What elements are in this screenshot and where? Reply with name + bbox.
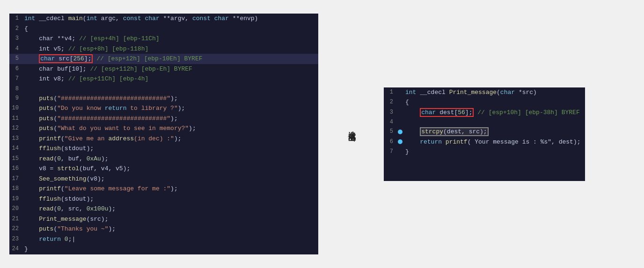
line-code: puts("What do you want to see in memory?… <box>22 123 318 134</box>
right-code-panel: 1int __cdecl Print_message(char *src)2{3… <box>384 87 585 181</box>
table-row: 14 fflush(stdout); <box>9 144 318 154</box>
overflow-label: 造成溢出 → <box>332 125 370 143</box>
line-number: 23 <box>9 234 22 245</box>
line-number: 10 <box>9 103 22 114</box>
line-number: 16 <box>9 164 22 174</box>
line-code: See_something(v8); <box>22 174 318 184</box>
arrow-right-icon: → <box>348 131 354 143</box>
left-code-table: 1int __cdecl main(int argc, const char *… <box>9 14 318 254</box>
line-number: 15 <box>9 154 22 164</box>
line-number: 4 <box>9 44 22 54</box>
line-number: 1 <box>384 87 397 98</box>
line-number: 21 <box>9 214 22 225</box>
table-row: 11 puts("#############################")… <box>9 114 318 124</box>
line-number: 9 <box>9 94 22 104</box>
dot-cell <box>397 117 403 127</box>
main-container: 1int __cdecl main(int argc, const char *… <box>9 14 635 254</box>
dot-cell <box>397 97 403 108</box>
line-number: 19 <box>9 194 22 204</box>
table-row: 20 read(0, src, 0x100u); <box>9 204 318 214</box>
line-number: 14 <box>9 144 22 154</box>
right-code-table: 1int __cdecl Print_message(char *src)2{3… <box>384 87 585 157</box>
line-number: 6 <box>384 137 397 147</box>
dot-cell <box>397 87 403 98</box>
line-code: printf("Give me an address(in dec) :"); <box>22 134 318 144</box>
line-code: int __cdecl main(int argc, const char **… <box>22 14 318 24</box>
dot-cell <box>397 108 403 118</box>
table-row: 12 puts("What do you want to see in memo… <box>9 123 318 134</box>
table-row: 1int __cdecl Print_message(char *src) <box>384 87 585 98</box>
table-row: 21 Print_message(src); <box>9 214 318 225</box>
table-row: 2{ <box>9 24 318 34</box>
table-row: 1int __cdecl main(int argc, const char *… <box>9 14 318 24</box>
table-row: 5 strcpy(dest, src); <box>384 127 585 137</box>
line-number: 17 <box>9 174 22 184</box>
table-row: 17 See_something(v8); <box>9 174 318 184</box>
line-code: fflush(stdout); <box>22 144 318 154</box>
line-number: 1 <box>9 14 22 24</box>
table-row: 16 v8 = strtol(buf, v4, v5); <box>9 164 318 174</box>
breakpoint-dot <box>398 130 402 134</box>
line-number: 4 <box>384 117 397 127</box>
line-code: read(0, buf, 0xAu); <box>22 154 318 164</box>
line-code <box>22 84 318 94</box>
line-code: } <box>22 244 318 254</box>
table-row: 3 char **v4; // [esp+4h] [ebp-11Ch] <box>9 34 318 44</box>
line-code: char **v4; // [esp+4h] [ebp-11Ch] <box>22 34 318 44</box>
table-row: 5 char src[256]; // [esp+12h] [ebp-10Eh]… <box>9 54 318 64</box>
breakpoint-dot <box>398 139 402 144</box>
line-code: puts("Do you know return to library ?"); <box>22 103 318 114</box>
table-row: 8 <box>9 84 318 94</box>
line-number: 22 <box>9 224 22 234</box>
gray-highlight-box: strcpy(dest, src); <box>420 127 488 136</box>
line-code: { <box>403 97 585 108</box>
dot-cell <box>397 137 403 147</box>
table-row: 7 int v8; // [esp+11Ch] [ebp-4h] <box>9 74 318 84</box>
table-row: 24} <box>9 244 318 254</box>
table-row: 6 char buf[10]; // [esp+112h] [ebp-Eh] B… <box>9 64 318 74</box>
line-code: return printf( Your message is : %s", de… <box>403 137 585 147</box>
line-number: 5 <box>9 54 22 64</box>
table-row: 6 return printf( Your message is : %s", … <box>384 137 585 147</box>
line-number: 7 <box>384 147 397 157</box>
line-code <box>403 117 585 127</box>
line-code: strcpy(dest, src); <box>403 127 585 137</box>
line-code: } <box>403 147 585 157</box>
line-code: puts("Thanks you ~"); <box>22 224 318 234</box>
table-row: 22 puts("Thanks you ~"); <box>9 224 318 234</box>
overflow-text: 造成溢出 <box>346 125 356 129</box>
line-number: 8 <box>9 84 22 94</box>
table-row: 2{ <box>384 97 585 108</box>
line-code: int __cdecl Print_message(char *src) <box>403 87 585 98</box>
line-number: 3 <box>384 108 397 118</box>
line-number: 24 <box>9 244 22 254</box>
red-highlight-box: char dest[56]; <box>420 108 474 117</box>
line-code: Print_message(src); <box>22 214 318 225</box>
line-number: 13 <box>9 134 22 144</box>
line-number: 12 <box>9 123 22 134</box>
table-row: 4 <box>384 117 585 127</box>
dot-cell <box>397 127 403 137</box>
line-code: puts("#############################"); <box>22 114 318 124</box>
table-row: 15 read(0, buf, 0xAu); <box>9 154 318 164</box>
line-code: return 0; <box>22 234 318 245</box>
line-number: 2 <box>384 97 397 108</box>
red-highlight-box: char src[256]; <box>39 54 93 63</box>
line-code: { <box>22 24 318 34</box>
table-row: 18 printf("Leave some message for me :")… <box>9 184 318 194</box>
line-number: 3 <box>9 34 22 44</box>
line-code: int v5; // [esp+8h] [ebp-118h] <box>22 44 318 54</box>
line-code: char src[256]; // [esp+12h] [ebp-10Eh] B… <box>22 54 318 64</box>
line-code: fflush(stdout); <box>22 194 318 204</box>
table-row: 7} <box>384 147 585 157</box>
table-row: 19 fflush(stdout); <box>9 194 318 204</box>
line-code: read(0, src, 0x100u); <box>22 204 318 214</box>
line-number: 11 <box>9 114 22 124</box>
line-number: 6 <box>9 64 22 74</box>
table-row: 4 int v5; // [esp+8h] [ebp-118h] <box>9 44 318 54</box>
line-number: 18 <box>9 184 22 194</box>
line-number: 7 <box>9 74 22 84</box>
line-code: char buf[10]; // [esp+112h] [ebp-Eh] BYR… <box>22 64 318 74</box>
line-code: v8 = strtol(buf, v4, v5); <box>22 164 318 174</box>
line-number: 5 <box>384 127 397 137</box>
